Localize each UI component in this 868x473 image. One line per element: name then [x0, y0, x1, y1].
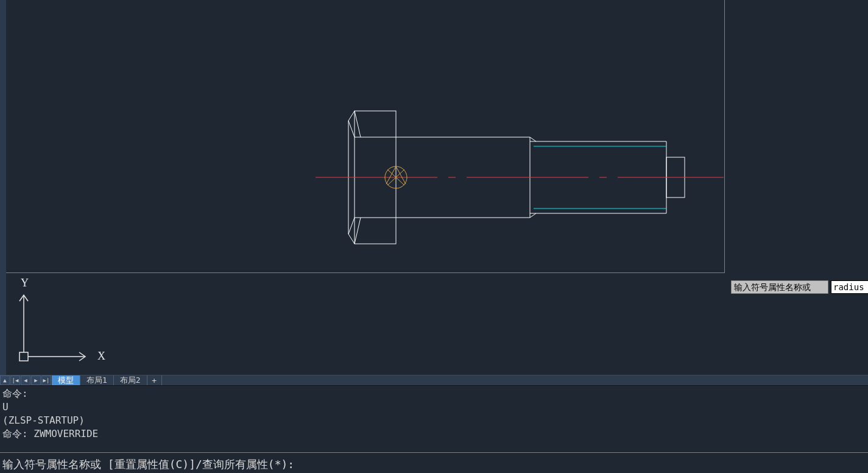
svg-line-17 — [530, 213, 536, 218]
tab-model-label: 模型 — [58, 375, 74, 386]
drawing-svg — [6, 0, 725, 273]
tab-layout1[interactable]: 布局1 — [80, 375, 114, 385]
command-separator — [0, 452, 868, 453]
cmd-hist-line1: 命令: — [2, 388, 28, 399]
svg-rect-27 — [19, 352, 28, 361]
command-history[interactable]: 命令: U (ZLSP-STARTUP) 命令: ZWMOVERRIDE — [0, 386, 868, 459]
command-input-text: 输入符号属性名称或 [重置属性值(C)]/查询所有属性(*): — [2, 458, 294, 471]
dynamic-input-field[interactable]: radius — [831, 280, 868, 294]
tab-model[interactable]: 模型 — [52, 375, 80, 385]
tab-nav-prev-icon[interactable]: ◀ — [21, 375, 30, 385]
cmd-hist-line2: U — [2, 401, 9, 413]
cmd-hist-line4: 命令: ZWMOVERRIDE — [2, 428, 98, 439]
svg-line-16 — [530, 137, 536, 141]
tab-add-button[interactable]: + — [147, 375, 162, 385]
side-panel — [725, 0, 868, 375]
ucs-y-label: Y — [21, 277, 29, 289]
tab-layout1-label: 布局1 — [86, 375, 107, 386]
ucs-area: X Y — [6, 273, 725, 375]
tab-nav-last-icon[interactable]: ▶| — [41, 375, 51, 385]
ucs-icon: X Y — [6, 273, 128, 375]
ucs-x-label: X — [97, 350, 105, 362]
layout-tab-bar: ▲ |◀ ◀ ▶ ▶| 模型 布局1 布局2 + — [0, 375, 868, 386]
cmd-hist-line3: (ZLSP-STARTUP) — [2, 414, 85, 426]
tab-nav-first-icon[interactable]: |◀ — [10, 375, 20, 385]
svg-line-1 — [348, 111, 355, 121]
svg-line-9 — [355, 218, 361, 244]
tab-layout2[interactable]: 布局2 — [114, 375, 147, 385]
left-toolbar-rail — [0, 0, 6, 375]
svg-line-3 — [348, 234, 355, 244]
svg-line-7 — [348, 218, 355, 234]
tab-layout2-label: 布局2 — [120, 375, 141, 386]
svg-line-26 — [396, 166, 406, 184]
tab-add-label: + — [152, 376, 157, 385]
svg-line-25 — [386, 166, 396, 184]
command-input[interactable]: 输入符号属性名称或 [重置属性值(C)]/查询所有属性(*): — [0, 456, 868, 472]
drawing-canvas[interactable] — [6, 0, 725, 273]
tab-nav-next-icon[interactable]: ▶ — [31, 375, 41, 385]
tab-scroll-up-icon[interactable]: ▲ — [0, 375, 10, 385]
svg-line-8 — [355, 111, 361, 137]
main-area: X Y 输入符号属性名称或 radius — [6, 0, 868, 375]
dynamic-input-prompt: 输入符号属性名称或 — [731, 280, 828, 294]
svg-line-6 — [348, 121, 355, 137]
